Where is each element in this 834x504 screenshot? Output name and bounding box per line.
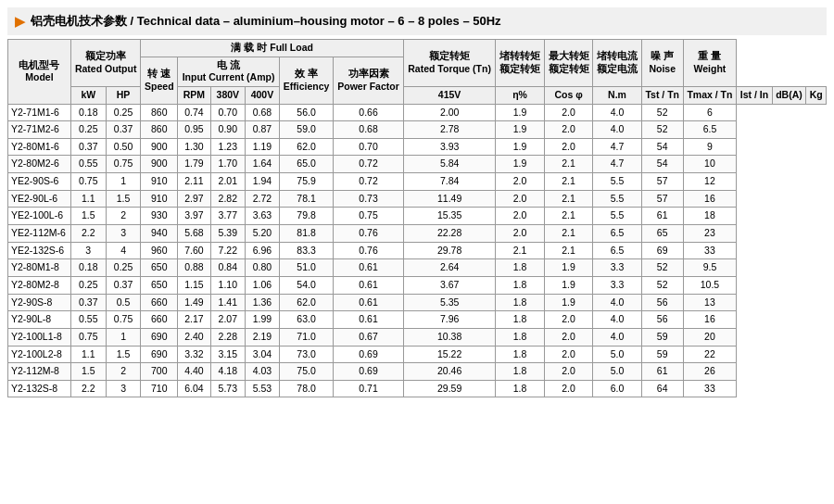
table-cell: 1.5 (70, 208, 106, 225)
table-cell: 18 (683, 208, 737, 225)
table-cell: 2.00 (403, 104, 495, 121)
table-cell: 59.0 (279, 121, 333, 139)
table-cell: 54 (641, 156, 683, 173)
table-cell: 2.1 (544, 190, 592, 208)
table-cell: 0.90 (210, 121, 245, 139)
table-cell: 4.0 (593, 311, 641, 329)
table-cell: 83.3 (279, 242, 333, 259)
table-cell: 1.8 (496, 363, 544, 381)
table-cell: 2.72 (245, 190, 279, 208)
table-cell: 63.0 (279, 311, 333, 329)
table-cell: 1 (106, 173, 141, 191)
stall-torque-header: 堵转转矩 额定转矩 (496, 40, 544, 87)
table-cell: 2.0 (544, 138, 592, 156)
table-cell: 2.19 (245, 328, 279, 346)
table-cell: 0.18 (70, 259, 106, 277)
table-cell: 2.1 (496, 242, 544, 259)
table-row: YE2-132S-6349607.607.226.9683.30.7629.78… (8, 242, 827, 259)
tst-unit: Tst / Tn (641, 86, 683, 104)
table-cell: 1.8 (496, 380, 544, 397)
table-cell: 59 (641, 346, 683, 363)
table-cell: 9 (683, 138, 737, 156)
table-cell: 1.5 (70, 363, 106, 381)
table-cell: 0.88 (178, 259, 211, 277)
table-cell: 3.04 (245, 346, 279, 363)
table-cell: 56 (641, 311, 683, 329)
table-cell: 9.5 (683, 259, 737, 277)
table-cell: 15.35 (403, 208, 495, 225)
table-cell: Y2-80M2-8 (8, 276, 71, 294)
rated-torque-header: 额定转矩 Rated Torque (Tn) (403, 40, 495, 87)
table-cell: 0.66 (334, 104, 404, 121)
table-cell: 1.94 (245, 173, 279, 191)
table-cell: 75.9 (279, 173, 333, 191)
table-cell: 3.63 (245, 208, 279, 225)
table-cell: YE2-90L-6 (8, 190, 71, 208)
table-cell: 2.0 (544, 311, 592, 329)
table-cell: 56.0 (279, 104, 333, 121)
table-cell: 5.20 (245, 225, 279, 243)
table-cell: 0.76 (334, 242, 404, 259)
table-cell: 0.74 (178, 104, 211, 121)
table-cell: 6.0 (593, 380, 641, 397)
table-cell: 0.25 (70, 121, 106, 139)
ist-unit: Ist / In (737, 86, 772, 104)
table-cell: 1.1 (70, 346, 106, 363)
table-cell: 1.30 (178, 138, 211, 156)
table-cell: 0.87 (245, 121, 279, 139)
table-cell: 660 (141, 311, 178, 329)
table-cell: 7.60 (178, 242, 211, 259)
table-row: YE2-100L-61.529303.973.773.6379.80.7515.… (8, 208, 827, 225)
model-header: 电机型号 Model (8, 40, 71, 105)
table-cell: 2.40 (178, 328, 211, 346)
table-cell: 1.15 (178, 276, 211, 294)
table-cell: 2.1 (544, 173, 592, 191)
table-cell: 1.06 (245, 276, 279, 294)
table-cell: 1.1 (70, 190, 106, 208)
table-cell: 0.37 (106, 276, 141, 294)
table-cell: 54.0 (279, 276, 333, 294)
table-cell: 20 (683, 328, 737, 346)
table-cell: 65.0 (279, 156, 333, 173)
table-cell: 22 (683, 346, 737, 363)
table-cell: 2.1 (544, 225, 592, 243)
table-cell: 1.8 (496, 311, 544, 329)
table-cell: 6.96 (245, 242, 279, 259)
table-cell: Y2-90S-8 (8, 294, 71, 311)
motor-data-table: 电机型号 Model 额定功率 Rated Output 满 载 时 Full … (7, 39, 827, 397)
table-cell: 0.69 (334, 363, 404, 381)
table-cell: 0.25 (106, 104, 141, 121)
table-cell: 0.5 (106, 294, 141, 311)
stall-current-header: 堵转电流 额定电流 (593, 40, 641, 87)
table-cell: 650 (141, 259, 178, 277)
table-cell: 1.9 (496, 156, 544, 173)
table-cell: 13 (683, 294, 737, 311)
table-cell: 22.28 (403, 225, 495, 243)
table-cell: 78.1 (279, 190, 333, 208)
table-cell: 26 (683, 363, 737, 381)
table-cell: Y2-71M2-6 (8, 121, 71, 139)
table-cell: 0.37 (106, 121, 141, 139)
table-cell: 62.0 (279, 138, 333, 156)
table-cell: 54 (641, 138, 683, 156)
table-cell: 5.5 (593, 208, 641, 225)
table-cell: 4.40 (178, 363, 211, 381)
table-cell: 52 (641, 121, 683, 139)
table-cell: 2.2 (70, 225, 106, 243)
table-cell: 69 (641, 242, 683, 259)
table-cell: 0.50 (106, 138, 141, 156)
table-cell: Y2-71M1-6 (8, 104, 71, 121)
table-cell: 660 (141, 294, 178, 311)
table-cell: 1.64 (245, 156, 279, 173)
table-cell: 2.0 (496, 225, 544, 243)
kw-header: kW (70, 86, 106, 104)
table-cell: 1.70 (210, 156, 245, 173)
table-cell: YE2-100L-6 (8, 208, 71, 225)
table-cell: 7.22 (210, 242, 245, 259)
title-arrow: ▶ (15, 14, 25, 29)
table-cell: 860 (141, 121, 178, 139)
table-cell: 0.61 (334, 276, 404, 294)
table-cell: 1.9 (496, 121, 544, 139)
table-cell: 2.97 (178, 190, 211, 208)
table-cell: 5.68 (178, 225, 211, 243)
